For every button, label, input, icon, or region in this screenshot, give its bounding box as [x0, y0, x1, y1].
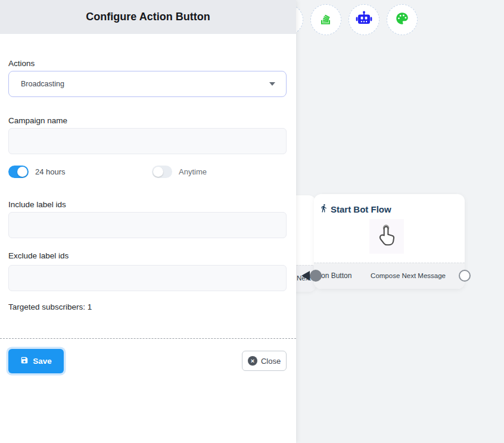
24-hours-toggle[interactable] [8, 166, 29, 178]
toggle-knob [17, 167, 27, 177]
robot-icon [355, 11, 373, 29]
app-root: Next Start Bot Flow [0, 0, 504, 443]
start-bot-flow-node[interactable]: Start Bot Flow Action Button Compose Nex… [314, 194, 465, 289]
node-title-text: Start Bot Flow [331, 204, 391, 214]
chevron-down-icon [269, 82, 275, 86]
targeted-subscribers-text: Targeted subscribers: 1 [8, 302, 92, 311]
tap-hand-icon [374, 222, 399, 251]
tap-target-area[interactable] [369, 219, 404, 254]
node-footer: Action Button Compose Next Message [314, 263, 465, 289]
actions-select-value: Broadcasting [21, 80, 269, 88]
dashed-divider [0, 338, 296, 339]
palette-icon [394, 11, 410, 29]
save-icon [20, 356, 29, 366]
action-button-port-connected[interactable] [310, 270, 322, 282]
toolbar-button-stack[interactable] [310, 4, 341, 35]
close-icon: × [248, 356, 257, 366]
include-label-ids-label: Include label ids [8, 200, 66, 209]
include-label-ids-input[interactable] [8, 212, 287, 238]
node-footer-right-label: Compose Next Message [371, 263, 446, 289]
panel-title: Configure Action Button [86, 11, 210, 23]
anytime-label: Anytime [179, 167, 207, 176]
compose-next-message-port[interactable] [459, 270, 471, 282]
stack-icon [318, 11, 334, 29]
save-button[interactable]: Save [8, 349, 64, 373]
actions-label: Actions [8, 59, 35, 68]
campaign-name-input[interactable] [8, 128, 287, 154]
anytime-toggle[interactable] [152, 166, 172, 178]
campaign-name-label: Campaign name [8, 116, 67, 125]
close-button-label: Close [261, 357, 281, 366]
node-title-row: Start Bot Flow [319, 203, 391, 215]
toolbar-button-theme[interactable] [387, 4, 418, 35]
save-button-label: Save [33, 357, 52, 366]
toggle-knob [153, 167, 163, 177]
exclude-label-ids-input[interactable] [8, 265, 287, 291]
24-hours-label: 24 hours [35, 167, 66, 176]
configure-action-panel: Configure Action Button Actions Broadcas… [0, 0, 296, 443]
panel-header: Configure Action Button [0, 0, 296, 34]
connection-arrowhead-icon [301, 271, 310, 280]
walking-person-icon [319, 203, 328, 215]
close-button[interactable]: × Close [242, 351, 287, 371]
actions-select[interactable]: Broadcasting [8, 71, 287, 97]
toolbar-button-bot[interactable] [349, 4, 379, 35]
exclude-label-ids-label: Exclude label ids [8, 251, 69, 260]
